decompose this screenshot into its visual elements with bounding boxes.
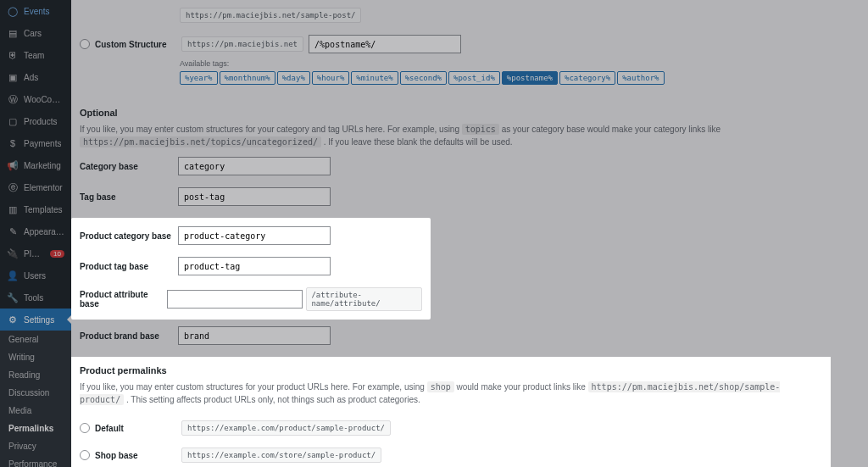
product-attribute-base-input[interactable] <box>167 290 303 309</box>
available-tags-label: Available tags: <box>180 59 868 68</box>
menu-icon: ▢ <box>7 115 19 127</box>
tag-day[interactable]: %day% <box>277 71 310 85</box>
sidebar-item-cars[interactable]: ▤Cars <box>0 22 71 44</box>
sidebar-item-team[interactable]: ⛨Team <box>0 44 71 66</box>
sidebar-item-marketing[interactable]: 📢Marketing <box>0 154 71 176</box>
menu-label: Ads <box>24 73 38 82</box>
product-permalinks-heading: Product permalinks <box>71 365 831 375</box>
menu-icon: ⛨ <box>7 49 19 61</box>
menu-label: Plugins <box>24 249 43 259</box>
product-tag-base-label: Product tag base <box>80 262 178 271</box>
sidebar-item-plugins[interactable]: 🔌Plugins10 <box>0 242 71 264</box>
menu-label: Appearance <box>24 227 64 236</box>
product-category-base-input[interactable] <box>178 226 331 245</box>
category-base-label: Category base <box>80 162 178 171</box>
badge: 10 <box>50 250 64 258</box>
submenu-reading[interactable]: Reading <box>0 366 71 384</box>
product-category-base-label: Product category base <box>80 231 178 241</box>
product-brand-base-label: Product brand base <box>80 331 178 341</box>
menu-label: Cars <box>24 29 42 38</box>
menu-label: Elementor <box>24 183 63 192</box>
radio-custom-structure[interactable] <box>80 39 90 49</box>
menu-label: Tools <box>24 293 43 303</box>
menu-icon: ▥ <box>7 203 19 215</box>
radio-shop-base[interactable] <box>80 450 90 460</box>
option-example: https://example.com/store/sample-product… <box>181 448 381 463</box>
submenu-permalinks[interactable]: Permalinks <box>0 420 71 437</box>
menu-icon: 🔌 <box>7 247 19 259</box>
tag-second[interactable]: %second% <box>400 71 447 85</box>
sidebar-item-products[interactable]: ▢Products <box>0 110 71 132</box>
menu-label: Products <box>24 117 57 126</box>
tag-base-label: Tag base <box>80 192 178 202</box>
option-example: https://example.com/product/sample-produ… <box>181 420 391 436</box>
submenu-privacy[interactable]: Privacy <box>0 437 71 455</box>
menu-icon: $ <box>7 137 19 149</box>
available-tags: %year%%monthnum%%day%%hour%%minute%%seco… <box>180 71 868 87</box>
menu-icon: ⚙ <box>7 314 19 325</box>
sidebar-item-elementor[interactable]: ⓔElementor <box>0 176 71 198</box>
sidebar-item-settings[interactable]: ⚙Settings <box>0 309 71 331</box>
attribute-suffix: /attribute-name/attribute/ <box>306 287 422 311</box>
menu-icon: Ⓦ <box>7 93 19 105</box>
submenu-writing[interactable]: Writing <box>0 348 71 366</box>
product-attribute-base-label: Product attribute base <box>80 290 167 309</box>
menu-icon: ✎ <box>7 225 19 237</box>
menu-label: Team <box>24 51 44 60</box>
main-content: https://pm.maciejbis.net/sample-post/ Cu… <box>71 0 868 467</box>
sidebar-item-tools[interactable]: 🔧Tools <box>0 286 71 309</box>
menu-icon: ⓔ <box>7 181 19 193</box>
menu-label: Settings <box>24 315 54 325</box>
menu-label: WooCommerce <box>24 95 64 104</box>
option-label: Default <box>95 424 176 433</box>
menu-icon: ▤ <box>7 27 19 39</box>
settings-submenu: GeneralWritingReadingDiscussionMediaPerm… <box>0 331 71 467</box>
tag-year[interactable]: %year% <box>180 71 218 85</box>
category-base-input[interactable] <box>178 157 331 175</box>
menu-icon: ▣ <box>7 71 19 83</box>
tag-category[interactable]: %category% <box>559 71 615 85</box>
tag-minute[interactable]: %minute% <box>351 71 398 85</box>
submenu-performance[interactable]: Performance <box>0 455 71 467</box>
sidebar-item-payments[interactable]: $Payments <box>0 132 71 154</box>
menu-icon: 🔧 <box>7 292 19 303</box>
menu-label: Users <box>24 271 46 281</box>
custom-structure-input[interactable] <box>309 35 461 53</box>
menu-label: Payments <box>24 139 61 148</box>
tag-author[interactable]: %author% <box>617 71 664 85</box>
option-label: Shop base <box>95 451 176 460</box>
menu-label: Events <box>24 7 50 16</box>
tag-postname[interactable]: %postname% <box>502 71 558 85</box>
sidebar-item-templates[interactable]: ▥Templates <box>0 198 71 220</box>
sidebar-item-users[interactable]: 👤Users <box>0 264 71 286</box>
admin-sidebar: ◯Events▤Cars⛨Team▣AdsⓌWooCommerce▢Produc… <box>0 0 71 467</box>
sidebar-item-appearance[interactable]: ✎Appearance <box>0 220 71 242</box>
tag-post_id[interactable]: %post_id% <box>448 71 500 85</box>
example-url: https://pm.maciejbis.net/sample-post/ <box>180 8 361 23</box>
menu-label: Marketing <box>24 161 61 170</box>
radio-default[interactable] <box>80 423 90 433</box>
menu-icon: ◯ <box>7 5 19 17</box>
sidebar-item-ads[interactable]: ▣Ads <box>0 66 71 88</box>
submenu-media[interactable]: Media <box>0 402 71 420</box>
tag-monthnum[interactable]: %monthnum% <box>220 71 275 85</box>
product-permalinks-help: If you like, you may enter custom struct… <box>80 381 822 406</box>
base-url-box: https://pm.maciejbis.net <box>181 36 303 52</box>
tag-hour[interactable]: %hour% <box>312 71 350 85</box>
product-brand-base-input[interactable] <box>178 326 331 345</box>
optional-help: If you like, you may enter custom struct… <box>80 123 860 148</box>
product-tag-base-input[interactable] <box>178 257 331 275</box>
menu-label: Templates <box>24 205 63 214</box>
submenu-general[interactable]: General <box>0 331 71 348</box>
custom-structure-label: Custom Structure <box>95 40 176 49</box>
menu-icon: 👤 <box>7 270 19 281</box>
submenu-discussion[interactable]: Discussion <box>0 384 71 402</box>
menu-icon: 📢 <box>7 159 19 171</box>
sidebar-item-woocommerce[interactable]: ⓌWooCommerce <box>0 88 71 110</box>
sidebar-item-events[interactable]: ◯Events <box>0 0 71 22</box>
tag-base-input[interactable] <box>178 187 331 206</box>
optional-heading: Optional <box>71 108 868 118</box>
